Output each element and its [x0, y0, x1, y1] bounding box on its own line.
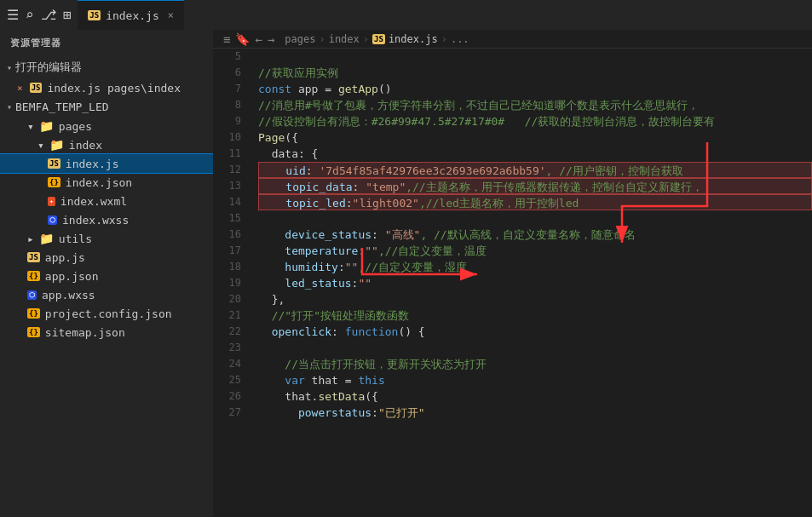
hamburger-icon[interactable]: ☰: [7, 7, 19, 23]
folder-name: index: [69, 139, 102, 152]
arrow-down-icon: ▾: [7, 63, 12, 72]
folder-name: pages: [59, 120, 92, 133]
code-line: [258, 340, 812, 356]
file-name: index.wxss: [62, 214, 129, 227]
code-line: temperature:"",//自定义变量，温度: [258, 243, 812, 259]
file-name: app.js: [45, 251, 85, 264]
folder-icon: 📁: [39, 119, 54, 133]
back-icon[interactable]: ←: [255, 32, 262, 46]
code-content: 5 6 7 8 9 10 11 12 13 14 15 16 17 18 19 …: [213, 49, 812, 421]
breadcrumb-sep: ›: [363, 33, 369, 45]
breadcrumb-index: index: [329, 33, 360, 45]
tab-index-js[interactable]: JS index.js ×: [78, 0, 184, 30]
code-line: device_status: "高线", //默认高线，自定义变量名称，随意命名: [258, 227, 812, 243]
open-editors-section[interactable]: ▾ 打开的编辑器: [0, 56, 213, 78]
title-bar-icons: ☰ ⌕ ⎇ ⊞: [7, 7, 71, 23]
code-line: },: [258, 291, 812, 307]
code-line: data: {: [258, 146, 812, 162]
json-file-icon: {}: [48, 177, 60, 187]
open-editor-filename: index.js pages\index: [47, 82, 181, 95]
code-line: //假设控制台有消息：#26#99#47.5#27#17#0# //获取的是控制…: [258, 113, 812, 129]
breadcrumb-js-icon: JS: [372, 34, 385, 44]
tab-label: index.js: [106, 9, 159, 22]
js-file-icon: JS: [88, 10, 101, 20]
sidebar-item-index-wxml[interactable]: ✦ index.wxml: [0, 192, 213, 210]
code-editor[interactable]: 5 6 7 8 9 10 11 12 13 14 15 16 17 18 19 …: [213, 49, 812, 517]
json-file-icon: {}: [27, 308, 40, 319]
folder-icon: 📁: [49, 138, 64, 152]
file-name: project.config.json: [45, 307, 172, 320]
js-file-icon: JS: [30, 83, 43, 93]
code-line: //获取应用实例: [258, 65, 812, 81]
code-line: var that = this: [258, 372, 812, 388]
folder-name: utils: [59, 233, 92, 245]
arrow-down-icon: ▾: [7, 102, 12, 112]
js-file-icon: JS: [48, 158, 60, 169]
code-line-topic-data: topic_data: "temp",//主题名称，用于传感器数据传递，控制台自…: [258, 178, 812, 194]
code-line: powerstatus:"已打开": [258, 405, 812, 421]
code-line: led_status:"": [258, 275, 812, 291]
sidebar: 资源管理器 ▾ 打开的编辑器 × JS index.js pages\index…: [0, 30, 213, 517]
file-name: app.wxss: [42, 289, 95, 302]
project-name: BEMFA_TEMP_LED: [15, 101, 109, 113]
breadcrumb-ellipsis: ...: [451, 33, 469, 45]
json-file-icon: {}: [27, 271, 40, 281]
editor-area: ≡ 🔖 ← → pages › index › JS index.js › ..…: [213, 30, 812, 517]
source-control-icon[interactable]: ⎇: [41, 7, 56, 23]
code-line-topic-led: topic_led:"light002",//led主题名称，用于控制led: [258, 194, 812, 210]
sidebar-item-index-json[interactable]: {} index.json: [0, 173, 213, 192]
split-icon[interactable]: ⊞: [63, 7, 72, 23]
list-icon[interactable]: ≡: [223, 32, 230, 46]
code-line: //消息用#号做了包裹，方便字符串分割，不过自己已经知道哪个数是表示什么意思就行…: [258, 97, 812, 113]
code-line: const app = getApp(): [258, 81, 812, 97]
wxss-file-icon: ⬡: [27, 290, 37, 300]
sidebar-item-pages[interactable]: ▾ 📁 pages: [0, 117, 213, 135]
code-line: humidity:"",//自定义变量，湿度: [258, 259, 812, 275]
sidebar-item-app-wxss[interactable]: ⬡ app.wxss: [0, 285, 213, 304]
bookmark-icon[interactable]: 🔖: [235, 32, 250, 46]
code-line: Page({: [258, 129, 812, 146]
sidebar-item-index-wxss[interactable]: ⬡ index.wxss: [0, 210, 213, 229]
code-lines: //获取应用实例 const app = getApp() //消息用#号做了包…: [251, 49, 812, 421]
file-name: sitemap.json: [45, 326, 125, 339]
forward-icon[interactable]: →: [268, 32, 274, 46]
code-line: //"打开"按钮处理函数函数: [258, 307, 812, 324]
code-line: that.setData({: [258, 388, 812, 405]
file-name: app.json: [45, 270, 99, 283]
sidebar-item-sitemap[interactable]: {} sitemap.json: [0, 323, 213, 342]
json-file-icon: {}: [27, 327, 40, 337]
search-icon[interactable]: ⌕: [26, 7, 34, 23]
sidebar-item-index-folder[interactable]: ▾ 📁 index: [0, 135, 213, 154]
code-line: [258, 210, 812, 227]
breadcrumb-bar: ≡ 🔖 ← → pages › index › JS index.js › ..…: [213, 30, 812, 49]
close-editor-icon[interactable]: ×: [17, 83, 23, 94]
line-numbers: 5 6 7 8 9 10 11 12 13 14 15 16 17 18 19 …: [213, 49, 251, 421]
wxss-file-icon: ⬡: [48, 215, 57, 225]
open-editors-label: 打开的编辑器: [15, 60, 82, 75]
open-editor-item[interactable]: × JS index.js pages\index: [0, 78, 213, 97]
file-name: index.wxml: [60, 195, 127, 208]
sidebar-item-index-js[interactable]: JS index.js: [0, 154, 213, 173]
tab-close-icon[interactable]: ×: [168, 9, 174, 21]
sidebar-item-app-json[interactable]: {} app.json: [0, 267, 213, 285]
file-name: index.json: [66, 176, 132, 189]
breadcrumb-pages: pages: [285, 33, 315, 45]
code-line: openclick: function() {: [258, 324, 812, 340]
sidebar-item-utils[interactable]: ▸ 📁 utils: [0, 229, 213, 248]
main-layout: 资源管理器 ▾ 打开的编辑器 × JS index.js pages\index…: [0, 30, 812, 517]
project-section[interactable]: ▾ BEMFA_TEMP_LED: [0, 97, 213, 117]
sidebar-header: 资源管理器: [0, 30, 213, 56]
folder-arrow-icon: ▸: [27, 233, 34, 245]
js-file-icon: JS: [27, 252, 40, 262]
breadcrumb-sep: ›: [319, 33, 325, 45]
code-line: [258, 49, 812, 65]
title-bar: ☰ ⌕ ⎇ ⊞ JS index.js ×: [0, 0, 812, 30]
breadcrumb-sep: ›: [441, 33, 447, 45]
folder-arrow-icon: ▾: [27, 120, 34, 133]
tab-bar: JS index.js ×: [78, 0, 805, 30]
toolbar-icons: ≡ 🔖 ← →: [223, 32, 274, 46]
file-name: index.js: [66, 158, 119, 170]
sidebar-item-project-config[interactable]: {} project.config.json: [0, 304, 213, 323]
folder-icon: 📁: [39, 232, 54, 245]
sidebar-item-app-js[interactable]: JS app.js: [0, 248, 213, 267]
